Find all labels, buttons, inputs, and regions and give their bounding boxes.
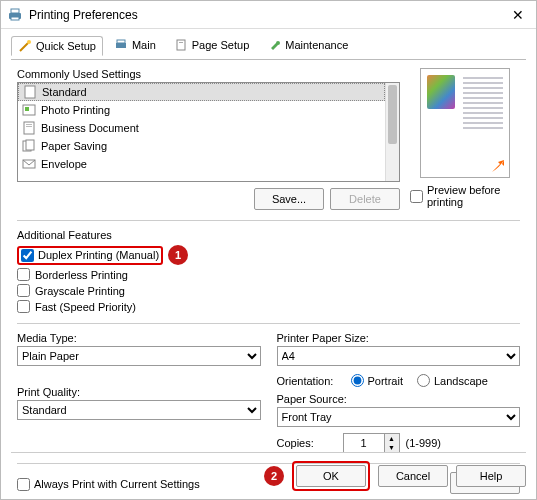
close-button[interactable]: ✕ [506, 7, 530, 23]
grayscale-label: Grayscale Printing [35, 285, 125, 297]
svg-rect-2 [11, 17, 19, 20]
svg-rect-7 [179, 42, 183, 43]
scrollbar[interactable] [385, 83, 399, 181]
borderless-label: Borderless Printing [35, 269, 128, 281]
duplex-checkbox[interactable] [21, 249, 34, 262]
duplex-label: Duplex Printing (Manual) [38, 249, 159, 261]
tabstrip: Quick Setup Main Page Setup Maintenance [11, 35, 526, 60]
print-quality-select[interactable]: Standard [17, 400, 261, 420]
annotation-badge-1: 1 [168, 245, 188, 265]
document-icon [22, 121, 36, 135]
media-type-label: Media Type: [17, 332, 261, 344]
ok-button[interactable]: OK [296, 465, 366, 487]
copies-spinner[interactable]: ▲▼ [343, 433, 400, 453]
svg-point-3 [27, 40, 31, 44]
print-quality-label: Print Quality: [17, 386, 261, 398]
commonly-used-label: Commonly Used Settings [17, 68, 400, 80]
page-preview [420, 68, 510, 178]
svg-rect-15 [26, 140, 34, 150]
tab-main[interactable]: Main [107, 35, 163, 55]
tab-page-setup[interactable]: Page Setup [167, 35, 257, 55]
wrench-icon [267, 38, 281, 52]
landscape-radio[interactable] [417, 374, 430, 387]
preview-label: Preview before printing [427, 184, 520, 208]
svg-rect-6 [177, 40, 185, 50]
paper-source-select[interactable]: Front Tray [277, 407, 521, 427]
fast-checkbox[interactable] [17, 300, 30, 313]
delete-button[interactable]: Delete [330, 188, 400, 210]
pages-icon [22, 139, 36, 153]
photo-icon [22, 103, 36, 117]
list-item[interactable]: Paper Saving [18, 137, 385, 155]
grayscale-checkbox[interactable] [17, 284, 30, 297]
paper-size-label: Printer Paper Size: [277, 332, 521, 344]
list-item[interactable]: Photo Printing [18, 101, 385, 119]
save-button[interactable]: Save... [254, 188, 324, 210]
portrait-radio[interactable] [351, 374, 364, 387]
svg-rect-8 [25, 86, 35, 98]
printer-icon [114, 38, 128, 52]
tab-quick-setup[interactable]: Quick Setup [11, 36, 103, 56]
list-item[interactable]: Envelope [18, 155, 385, 173]
orientation-label: Orientation: [277, 375, 337, 387]
svg-rect-4 [116, 43, 126, 48]
svg-rect-11 [24, 122, 34, 134]
spin-down-icon[interactable]: ▼ [385, 443, 399, 452]
paper-size-select[interactable]: A4 [277, 346, 521, 366]
wand-icon [18, 39, 32, 53]
copies-input[interactable] [344, 434, 384, 452]
additional-features-label: Additional Features [17, 229, 520, 241]
borderless-checkbox[interactable] [17, 268, 30, 281]
window-title: Printing Preferences [29, 8, 506, 22]
help-button[interactable]: Help [456, 465, 526, 487]
spin-up-icon[interactable]: ▲ [385, 434, 399, 443]
page-icon [174, 38, 188, 52]
list-item[interactable]: Standard [18, 83, 385, 101]
svg-rect-10 [25, 107, 29, 111]
printer-icon [7, 7, 23, 23]
annotation-badge-2: 2 [264, 466, 284, 486]
preview-checkbox[interactable] [410, 190, 423, 203]
fast-label: Fast (Speed Priority) [35, 301, 136, 313]
list-item[interactable]: Business Document [18, 119, 385, 137]
arrow-icon [491, 159, 505, 173]
paper-source-label: Paper Source: [277, 393, 521, 405]
svg-rect-13 [26, 126, 32, 127]
envelope-icon [22, 157, 36, 171]
copies-range: (1-999) [406, 437, 441, 449]
cancel-button[interactable]: Cancel [378, 465, 448, 487]
page-icon [23, 85, 37, 99]
media-type-select[interactable]: Plain Paper [17, 346, 261, 366]
settings-listbox[interactable]: Standard Photo Printing Business Documen… [17, 82, 400, 182]
svg-rect-12 [26, 124, 32, 125]
svg-rect-1 [11, 9, 19, 13]
tab-maintenance[interactable]: Maintenance [260, 35, 355, 55]
svg-rect-5 [117, 40, 125, 43]
copies-label: Copies: [277, 437, 337, 449]
